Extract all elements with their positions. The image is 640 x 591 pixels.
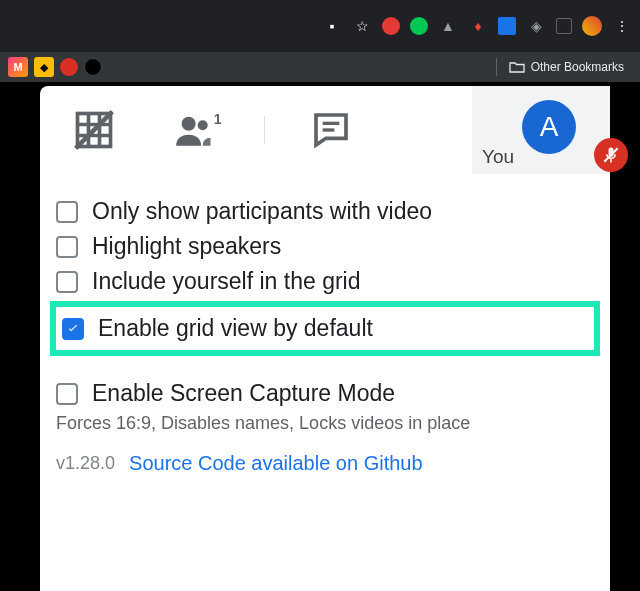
option-row[interactable]: Enable grid view by default — [62, 311, 588, 346]
screen-capture-subtitle: Forces 16:9, Disables names, Locks video… — [40, 413, 610, 434]
checkbox[interactable] — [56, 201, 78, 223]
camera-icon[interactable]: ▪ — [322, 16, 342, 36]
ext-icon-6[interactable]: ◈ — [526, 16, 546, 36]
self-video-tile[interactable]: You A — [472, 86, 610, 174]
svg-point-7 — [198, 120, 208, 130]
panel-footer: v1.28.0 Source Code available on Github — [40, 434, 610, 493]
other-bookmarks-label: Other Bookmarks — [531, 60, 624, 74]
mic-muted-icon[interactable] — [594, 138, 628, 172]
other-bookmarks-button[interactable]: Other Bookmarks — [501, 56, 632, 78]
option-row[interactable]: Only show participants with video — [56, 194, 594, 229]
option-label: Include yourself in the grid — [92, 268, 361, 295]
bookmark-icon-1[interactable]: M — [8, 57, 28, 77]
option-label: Highlight speakers — [92, 233, 281, 260]
option-label: Enable grid view by default — [98, 315, 373, 342]
people-icon[interactable]: 1 — [160, 100, 236, 160]
profile-icon[interactable] — [582, 16, 602, 36]
main-content: 1 You A Only show participants with vide… — [0, 86, 640, 591]
ext-icon-5[interactable] — [498, 17, 516, 35]
ext-icon-4[interactable]: ♦ — [468, 16, 488, 36]
chrome-toolbar: ▪ ☆ ▲ ♦ ◈ ⋮ — [0, 0, 640, 52]
options-list: Only show participants with videoHighlig… — [40, 174, 610, 411]
ext-icon-2[interactable] — [410, 17, 428, 35]
option-row[interactable]: Include yourself in the grid — [56, 264, 594, 299]
extension-panel: 1 You A Only show participants with vide… — [40, 86, 610, 591]
you-label: You — [482, 146, 514, 168]
svg-rect-12 — [610, 159, 612, 162]
option-label: Only show participants with video — [92, 198, 432, 225]
ext-icon-3[interactable]: ▲ — [438, 16, 458, 36]
source-link[interactable]: Source Code available on Github — [129, 452, 423, 475]
bookmark-icon-4[interactable] — [84, 58, 102, 76]
tabs-row: 1 You A — [40, 86, 610, 174]
separator — [496, 58, 497, 76]
checkbox[interactable] — [56, 236, 78, 258]
bookmark-icon-3[interactable] — [60, 58, 78, 76]
option-row[interactable]: Enable Screen Capture Mode — [56, 376, 594, 411]
grid-disabled-icon[interactable] — [56, 100, 132, 160]
menu-icon[interactable]: ⋮ — [612, 16, 632, 36]
svg-text:1: 1 — [214, 111, 222, 127]
tab-separator — [264, 116, 265, 144]
bookmark-icon-2[interactable]: ◆ — [34, 57, 54, 77]
bookmarks-bar: M ◆ Other Bookmarks — [0, 52, 640, 82]
svg-line-5 — [76, 112, 113, 149]
version-label: v1.28.0 — [56, 453, 115, 474]
folder-icon — [509, 61, 525, 73]
avatar: A — [522, 100, 576, 154]
option-label: Enable Screen Capture Mode — [92, 380, 395, 407]
checkbox[interactable] — [62, 318, 84, 340]
highlight-box: Enable grid view by default — [50, 301, 600, 356]
ext-icon-7[interactable] — [556, 18, 572, 34]
chat-icon[interactable] — [293, 100, 369, 160]
checkbox[interactable] — [56, 383, 78, 405]
checkbox[interactable] — [56, 271, 78, 293]
option-row[interactable]: Highlight speakers — [56, 229, 594, 264]
svg-point-6 — [182, 117, 196, 131]
star-icon[interactable]: ☆ — [352, 16, 372, 36]
ext-icon-1[interactable] — [382, 17, 400, 35]
